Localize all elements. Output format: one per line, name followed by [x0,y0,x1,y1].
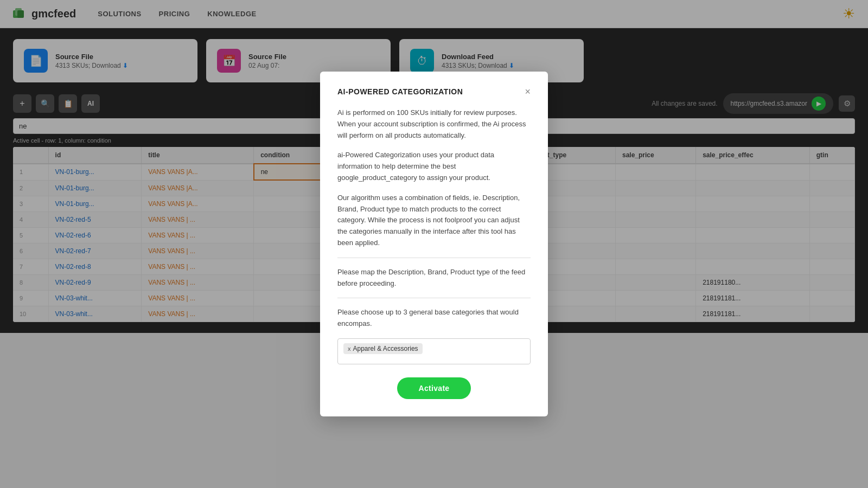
modal-title: AI-POWERED CATEGORIZATION [337,87,463,96]
modal-overlay[interactable]: AI-POWERED CATEGORIZATION × Ai is perfor… [0,0,868,488]
modal-choose-text: Please choose up to 3 general base categ… [337,307,531,330]
modal-close-button[interactable]: × [525,87,531,97]
category-tag-apparel: x Apparel & Accessories [343,343,423,354]
modal-dialog: AI-POWERED CATEGORIZATION × Ai is perfor… [320,72,548,416]
category-tag-input[interactable]: x Apparel & Accessories [337,338,531,364]
modal-para-3: Our algorithm uses a combination of fiel… [337,192,531,249]
tag-remove-button[interactable]: x [348,345,351,352]
modal-header: AI-POWERED CATEGORIZATION × [337,87,531,97]
activate-button[interactable]: Activate [397,377,471,399]
modal-divider-2 [337,298,531,298]
modal-warning: Please map the Description, Brand, Produ… [337,267,531,290]
modal-para-1: Ai is performed on 100 SKUs initially fo… [337,107,531,141]
modal-para-2: ai-Powered Categorization uses your prod… [337,150,531,183]
modal-body: Ai is performed on 100 SKUs initially fo… [337,107,531,399]
modal-divider [337,258,531,258]
tag-label: Apparel & Accessories [353,345,418,352]
